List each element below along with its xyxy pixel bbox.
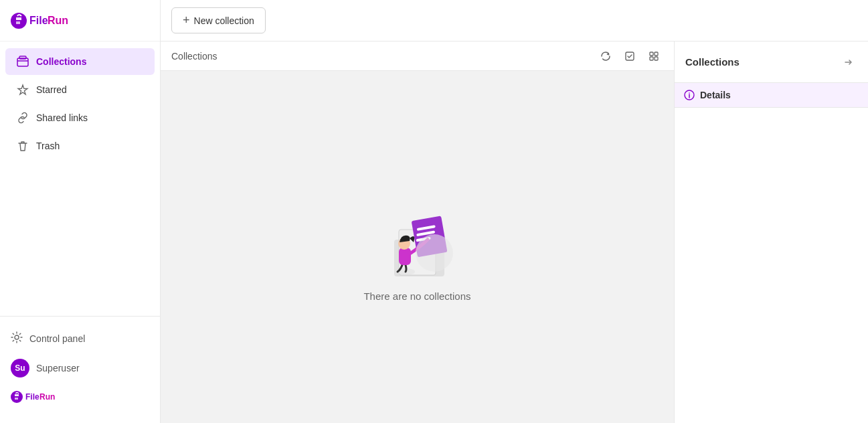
info-icon [684, 90, 695, 100]
empty-state: There are no collections [357, 193, 478, 302]
check-view-button[interactable] [620, 47, 639, 66]
toolbar: + New collection [161, 0, 868, 41]
empty-state-message: There are no collections [363, 290, 470, 302]
control-panel-item[interactable]: Control panel [0, 325, 160, 352]
svg-rect-11 [655, 52, 658, 56]
right-panel-title: Collections [685, 56, 740, 68]
user-item[interactable]: Su Superuser [0, 352, 160, 384]
right-panel: Collections Details [674, 41, 868, 423]
svg-point-5 [15, 335, 19, 339]
new-collection-button[interactable]: + New collection [171, 7, 266, 33]
svg-point-23 [416, 234, 453, 272]
details-label: Details [700, 90, 731, 100]
logo-area: File Run [0, 0, 160, 41]
file-header-title: Collections [171, 51, 596, 62]
sidebar-item-shared-links[interactable]: Shared links [5, 104, 155, 131]
trash-label: Trash [36, 141, 60, 151]
svg-rect-13 [655, 57, 658, 60]
avatar: Su [11, 359, 29, 377]
link-icon [16, 111, 29, 124]
shared-links-label: Shared links [36, 112, 88, 123]
filerun-footer: File Run [0, 384, 160, 415]
refresh-button[interactable] [596, 47, 615, 66]
control-panel-label: Control panel [29, 333, 85, 344]
svg-rect-12 [650, 57, 653, 60]
svg-rect-21 [399, 248, 411, 265]
starred-label: Starred [36, 84, 67, 95]
gear-icon [11, 331, 23, 345]
svg-text:File: File [29, 15, 48, 26]
svg-rect-10 [650, 52, 653, 56]
svg-text:File: File [25, 392, 39, 402]
sidebar-item-starred[interactable]: Starred [5, 76, 155, 103]
svg-rect-3 [17, 58, 28, 66]
file-header-actions [596, 47, 663, 66]
grid-view-button[interactable] [644, 47, 663, 66]
content-layout: Collections [161, 41, 868, 423]
filerun-logo: File Run [11, 11, 84, 31]
sidebar-item-trash[interactable]: Trash [5, 133, 155, 159]
right-panel-title-bar: Collections [675, 41, 868, 83]
file-area: Collections [161, 41, 674, 423]
sidebar-nav: Collections Starred S [0, 41, 160, 316]
new-collection-label: New collection [194, 15, 254, 26]
file-header: Collections [161, 41, 674, 71]
svg-rect-9 [626, 52, 634, 60]
svg-rect-4 [19, 56, 26, 59]
plus-icon: + [183, 13, 190, 27]
details-tab[interactable]: Details [675, 83, 868, 108]
username-label: Superuser [36, 363, 80, 373]
filerun-footer-logo: File Run [11, 390, 64, 404]
svg-point-25 [689, 92, 690, 94]
sidebar: File Run Collections [0, 0, 161, 423]
trash-icon [16, 139, 29, 153]
sidebar-item-collections[interactable]: Collections [5, 48, 155, 75]
collections-icon [16, 55, 29, 68]
main-area: + New collection Collections [161, 0, 868, 423]
file-content: There are no collections [161, 71, 674, 423]
svg-text:Run: Run [48, 15, 68, 26]
svg-text:Run: Run [39, 392, 55, 402]
sidebar-bottom: Control panel Su Superuser File Run [0, 316, 160, 423]
panel-close-button[interactable] [839, 53, 857, 72]
empty-illustration [357, 193, 478, 280]
collections-label: Collections [36, 56, 86, 67]
star-icon [16, 83, 29, 96]
